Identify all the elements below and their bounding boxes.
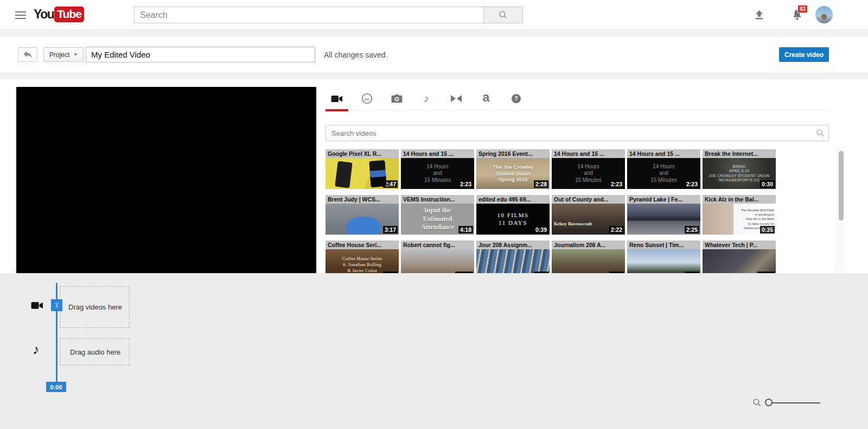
create-video-button[interactable]: Create video	[779, 47, 829, 62]
video-track-icon	[31, 301, 43, 310]
video-thumbnail[interactable]: edited edu 495 69...10 FILMS11 DAYS0:39	[476, 195, 550, 235]
video-thumbnail[interactable]: Kick Alz in the Bal...The Nevada Wolf Pa…	[703, 195, 776, 235]
video-thumbnail[interactable]: Break the Internet...BREAKAPRIL 9-10JOE …	[703, 149, 776, 189]
notification-count-badge: 83	[797, 5, 808, 13]
tab-transitions[interactable]	[445, 87, 468, 110]
audio-dropzone[interactable]: Drag audio here	[60, 338, 130, 365]
thumbnail-image: 1:00	[552, 249, 625, 273]
video-title: 14 Hours and 15 ...	[627, 149, 700, 158]
project-title-input[interactable]	[86, 47, 315, 62]
thumbnail-image: Input theEstimatedAttendance4:18	[401, 204, 474, 235]
account-avatar[interactable]	[815, 6, 833, 23]
thumbnail-overlay-text: Coffee House Seriesft. Jonathan Rolling&…	[326, 249, 399, 273]
thumbnail-image: The Nevada Wolf Packis donating toKick A…	[703, 204, 776, 235]
video-thumbnail[interactable]: Robert cannot fig...10:43	[401, 241, 474, 273]
text-tool-icon: a	[483, 91, 490, 106]
scrollbar-thumb[interactable]	[839, 151, 844, 220]
video-thumbnail[interactable]: Whatever Tech | P...25:11	[703, 241, 776, 273]
thumbnail-image: The Joe CrowleyStudent UnionSpring 20162…	[476, 158, 550, 189]
thumbnail-image: 2:25	[627, 204, 700, 235]
media-list-scrollbar[interactable]	[837, 147, 845, 273]
video-title: Kick Alz in the Bal...	[703, 195, 776, 204]
tab-help[interactable]: ?	[505, 87, 527, 110]
video-thumbnail[interactable]: Jour 208 Assignm...2:35	[476, 241, 550, 273]
video-title: Out of County and...	[552, 195, 625, 204]
editor-main: cc ♪ a ? Google Pixel XL R...2:4714 Hour…	[0, 79, 868, 273]
tab-audio[interactable]: ♪	[415, 87, 438, 110]
video-title: edited edu 495 69...	[476, 195, 550, 204]
cc-icon: cc	[361, 93, 373, 104]
video-duration: 0:30	[760, 180, 775, 188]
video-title: Pyramid Lake | Fe...	[627, 195, 700, 204]
zoom-slider-track[interactable]	[766, 402, 820, 403]
menu-icon[interactable]	[15, 11, 26, 19]
thumbnail-image: 3:17	[326, 204, 399, 235]
video-title: Spring 2016 Event...	[476, 149, 550, 158]
media-search	[326, 125, 829, 141]
photo-camera-icon	[391, 94, 403, 103]
video-duration: 2:23	[609, 180, 624, 188]
video-duration: 4:18	[458, 226, 473, 234]
video-title: Brent Judy | WCS...	[326, 195, 399, 204]
video-title: 14 Hours and 15 ...	[552, 149, 625, 158]
thumbnail-image: 14 Hoursand15 Minutes2:23	[627, 158, 700, 189]
project-dropdown[interactable]: Project ▼	[43, 47, 84, 62]
tab-text[interactable]: a	[475, 87, 497, 110]
tab-photos[interactable]	[385, 87, 408, 110]
tab-captions[interactable]: cc	[355, 87, 378, 110]
video-thumbnail[interactable]: 14 Hours and 15 ...14 Hoursand15 Minutes…	[552, 149, 625, 189]
video-title: Jour 208 Assignm...	[476, 241, 550, 249]
zoom-slider-handle[interactable]	[765, 399, 773, 406]
logo-text-tube: Tube	[54, 7, 84, 22]
video-grid: Google Pixel XL R...2:4714 Hours and 15 …	[326, 149, 781, 273]
project-toolbar: Project ▼ All changes saved. Create vide…	[0, 37, 868, 72]
svg-text:cc: cc	[364, 97, 369, 102]
audio-dropzone-label: Drag audio here	[70, 348, 120, 356]
search-button[interactable]	[483, 7, 523, 23]
upload-button[interactable]	[754, 9, 765, 21]
thumbnail-image: 10:43	[401, 249, 474, 273]
svg-text:?: ?	[514, 96, 518, 102]
media-search-input[interactable]	[326, 125, 829, 141]
timeline-zoom-control	[752, 398, 820, 407]
thumbnail-image: 25:11	[703, 249, 776, 273]
video-thumbnail[interactable]: Brent Judy | WCS...3:17	[326, 195, 399, 235]
thumbnail-image: 14 Hoursand15 Minutes2:23	[401, 158, 474, 189]
playhead-line[interactable]	[56, 283, 58, 385]
video-duration: 0:39	[534, 226, 548, 234]
video-thumbnail[interactable]: Spring 2016 Event...The Joe CrowleyStude…	[476, 149, 550, 189]
search-input[interactable]	[134, 7, 483, 23]
video-title: Coffee House Seri...	[326, 241, 399, 249]
video-thumbnail[interactable]: Google Pixel XL R...2:47	[326, 149, 399, 189]
thumbnail-image: 10 FILMS11 DAYS0:39	[476, 204, 550, 235]
thumbnail-image: BREAKAPRIL 9-10JOE CROWLEY STUDENT UNION…	[703, 158, 776, 189]
thumbnail-image: Coffee House Seriesft. Jonathan Rolling&…	[326, 249, 399, 273]
music-note-icon: ♪	[424, 93, 429, 105]
back-arrow-icon	[23, 51, 33, 59]
video-thumbnail[interactable]: Coffee House Seri...Coffee House Seriesf…	[326, 241, 399, 273]
media-tabs: cc ♪ a ?	[326, 87, 830, 111]
video-preview	[16, 87, 316, 273]
scissors-icon: ✂	[53, 302, 61, 308]
video-dropzone[interactable]: Drag videos here	[60, 286, 130, 328]
project-dropdown-label: Project	[49, 51, 69, 59]
playhead-timestamp: 0:00	[46, 382, 66, 392]
video-title: Whatever Tech | P...	[703, 241, 776, 249]
video-thumbnail[interactable]: Reno Sunset | Tim...0:52	[627, 241, 700, 273]
video-thumbnail[interactable]: Pyramid Lake | Fe...2:25	[627, 195, 700, 235]
video-thumbnail[interactable]: 14 Hours and 15 ...14 Hoursand15 Minutes…	[627, 149, 700, 189]
video-title: 14 Hours and 15 ...	[401, 149, 474, 158]
video-thumbnail[interactable]: Journalism 208 A...1:00	[552, 241, 625, 273]
back-button[interactable]	[18, 47, 37, 62]
tab-videos[interactable]	[326, 87, 348, 110]
video-duration: 3:17	[383, 226, 398, 234]
video-thumbnail[interactable]: Out of County and...Kelsey Ravenscraft2:…	[552, 195, 625, 235]
notifications-button[interactable]: 83	[792, 9, 803, 21]
video-thumbnail[interactable]: 14 Hours and 15 ...14 Hoursand15 Minutes…	[401, 149, 474, 189]
thumbnail-image: 2:47	[326, 158, 399, 189]
video-thumbnail[interactable]: VEMS Instruction...Input theEstimatedAtt…	[401, 195, 474, 235]
thumbnail-image: 0:52	[627, 249, 700, 273]
video-camera-icon	[331, 94, 343, 103]
youtube-logo[interactable]: You Tube	[34, 7, 84, 22]
playhead-scissors-handle[interactable]: ✂	[51, 299, 62, 311]
